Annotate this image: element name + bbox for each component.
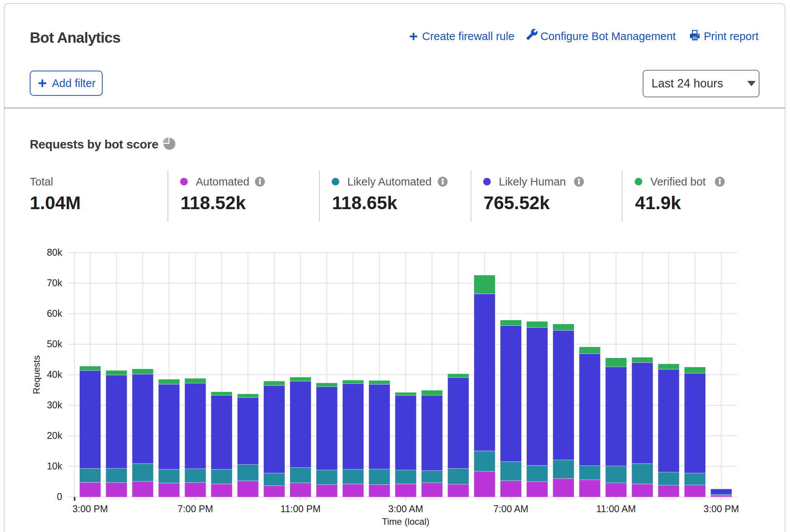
- svg-text:30k: 30k: [47, 400, 63, 410]
- svg-text:3:00 PM: 3:00 PM: [703, 503, 739, 514]
- svg-text:50k: 50k: [47, 339, 63, 349]
- svg-text:70k: 70k: [47, 277, 63, 288]
- svg-text:Requests: Requests: [31, 355, 42, 394]
- svg-text:20k: 20k: [47, 430, 63, 441]
- svg-text:11:00 AM: 11:00 AM: [596, 503, 636, 514]
- svg-text:7:00 AM: 7:00 AM: [493, 503, 529, 514]
- svg-text:11:00 PM: 11:00 PM: [281, 503, 321, 514]
- svg-text:3:00 PM: 3:00 PM: [73, 503, 108, 514]
- svg-text:0: 0: [57, 491, 62, 502]
- svg-text:7:00 PM: 7:00 PM: [177, 503, 213, 514]
- svg-text:3:00 AM: 3:00 AM: [388, 503, 423, 514]
- svg-text:Time (local): Time (local): [382, 516, 429, 527]
- svg-text:80k: 80k: [47, 247, 63, 258]
- svg-text:60k: 60k: [47, 308, 63, 319]
- svg-text:40k: 40k: [47, 369, 63, 380]
- svg-text:10k: 10k: [47, 461, 63, 471]
